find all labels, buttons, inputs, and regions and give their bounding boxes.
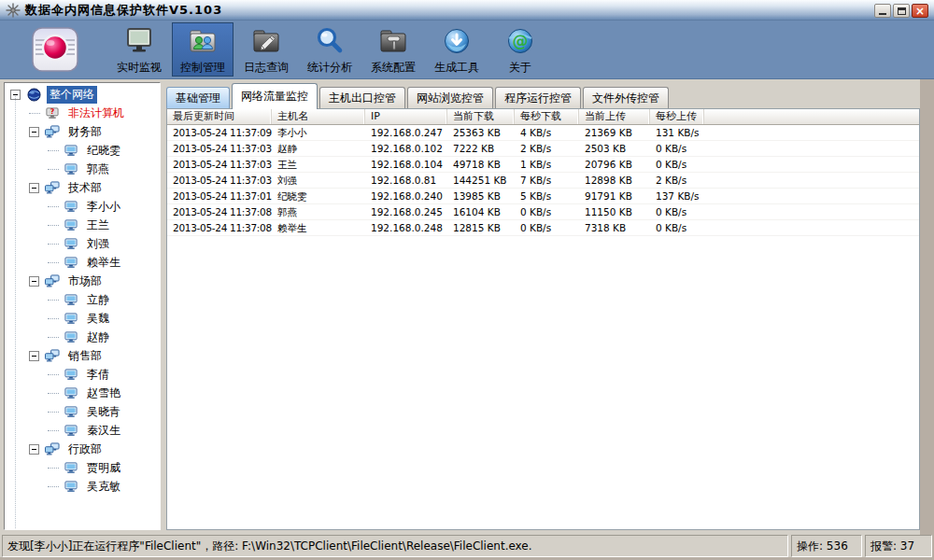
tree-item[interactable]: ? 李小小: [5, 197, 160, 216]
tree-expander-icon[interactable]: [29, 183, 39, 193]
column-header[interactable]: 主机名: [272, 109, 365, 124]
maximize-button[interactable]: [893, 4, 910, 18]
tab-program-run-control[interactable]: 程序运行控管: [495, 87, 581, 108]
tree-item[interactable]: ? 赵静: [5, 328, 160, 346]
minimize-button[interactable]: [874, 4, 891, 18]
tree-item-label: 行政部: [65, 441, 105, 458]
cell-upload-speed: 0 KB/s: [650, 157, 704, 172]
cell-filler: [704, 173, 919, 188]
tree-item[interactable]: ? 非法计算机: [5, 104, 160, 122]
toolbar-button-log-query[interactable]: 日志查询: [235, 22, 297, 77]
tree-item[interactable]: ? 李倩: [5, 365, 160, 384]
folder-pencil-icon: [250, 25, 282, 57]
tree-item[interactable]: ? 销售部: [5, 346, 160, 365]
svg-text:@: @: [513, 32, 529, 50]
tab-basic-manage[interactable]: 基础管理: [166, 87, 230, 108]
tree-connector: [48, 486, 59, 487]
cell-upload-speed: 137 KB/s: [650, 189, 704, 203]
computer-icon: [63, 311, 79, 326]
table-row[interactable]: 2013-05-24 11:37:09 李小小 192.168.0.247 25…: [167, 125, 919, 141]
app-window: 数据伞内网信息保护软件V5.103 ×: [0, 0, 934, 560]
tree-item[interactable]: ? 技术部: [5, 178, 160, 197]
tree-item-label: 赵雪艳: [84, 385, 123, 402]
tree-item[interactable]: ? 赖举生: [5, 253, 160, 272]
tree-item[interactable]: ? 行政部: [5, 440, 160, 458]
close-button[interactable]: ×: [912, 4, 928, 18]
column-header[interactable]: 最后更新时间: [167, 109, 272, 124]
tree-connector: [48, 262, 59, 263]
tree-item[interactable]: ? 贾明威: [5, 458, 160, 477]
tree-item-label: 财务部: [65, 123, 105, 141]
tree-item[interactable]: ? 纪晓雯: [5, 141, 160, 160]
column-header[interactable]: 当前下载: [447, 109, 515, 124]
cell-last-update-time: 2013-05-24 11:37:08: [167, 204, 272, 219]
column-header[interactable]: 每秒下载: [515, 109, 579, 124]
tab-network-traffic-monitor[interactable]: 网络流量监控: [232, 83, 318, 109]
folder-hammer-icon: [377, 25, 409, 57]
cell-host-name: 赖举生: [272, 220, 365, 235]
computer-icon: [63, 217, 79, 232]
cell-filler: [704, 157, 919, 172]
tree-item[interactable]: ? 刘强: [5, 234, 160, 253]
illegal-computer-icon: ?: [44, 105, 61, 120]
department-icon: [44, 124, 61, 139]
toolbar-button-generate-tools[interactable]: 生成工具: [426, 22, 488, 77]
column-header[interactable]: IP: [365, 109, 447, 124]
tree-item[interactable]: ? 秦汉生: [5, 421, 160, 440]
main-panel: 基础管理 网络流量监控 主机出口控管 网站浏览控管 程序运行控管 文件外传控管 …: [166, 82, 920, 530]
toolbar-label: 实时监视: [117, 60, 162, 76]
cell-current-download: 16104 KB: [447, 204, 515, 219]
tree-item-label: 纪晓雯: [84, 142, 123, 160]
cell-host-name: 郭燕: [272, 204, 365, 219]
tree-item[interactable]: ? 吴晓青: [5, 402, 160, 421]
column-header-filler: [704, 109, 919, 124]
tree-connector: [48, 374, 59, 375]
cell-download-speed: 1 KB/s: [515, 157, 579, 172]
tree-item[interactable]: ? 整个网络: [5, 85, 160, 104]
department-icon: [44, 273, 61, 288]
table-row[interactable]: 2013-05-24 11:37:08 赖举生 192.168.0.248 12…: [167, 220, 919, 236]
cell-filler: [704, 141, 919, 156]
cell-current-download: 144251 KB: [447, 173, 515, 188]
title-bar[interactable]: 数据伞内网信息保护软件V5.103 ×: [0, 0, 934, 21]
tree-item[interactable]: ? 财务部: [5, 122, 160, 141]
tab-host-exit-control[interactable]: 主机出口控管: [319, 87, 405, 108]
tree-item[interactable]: ? 王兰: [5, 216, 160, 234]
toolbar-button-control-manage[interactable]: 控制管理: [172, 22, 234, 77]
tree-item[interactable]: ? 吴克敏: [5, 477, 160, 496]
table-row[interactable]: 2013-05-24 11:37:08 郭燕 192.168.0.245 161…: [167, 204, 919, 220]
tree-connector: [48, 468, 59, 469]
cell-download-speed: 7 KB/s: [515, 173, 579, 188]
monitor-icon: [123, 25, 155, 57]
cell-current-upload: 20796 KB: [579, 157, 650, 172]
tree-expander-icon[interactable]: [29, 351, 39, 361]
table-row[interactable]: 2013-05-24 11:37:03 王兰 192.168.0.104 497…: [167, 157, 919, 173]
computer-icon: [63, 329, 79, 344]
tree-item[interactable]: ? 赵雪艳: [5, 384, 160, 402]
toolbar-button-statistics[interactable]: 统计分析: [299, 22, 361, 77]
cell-last-update-time: 2013-05-24 11:37:08: [167, 220, 272, 235]
cell-host-name: 王兰: [272, 157, 365, 172]
computer-icon: [63, 385, 79, 400]
table-row[interactable]: 2013-05-24 11:37:03 赵静 192.168.0.102 722…: [167, 141, 919, 157]
tree-expander-icon[interactable]: [29, 127, 39, 137]
tab-file-transfer-control[interactable]: 文件外传控管: [583, 87, 669, 108]
tree-item[interactable]: ? 郭燕: [5, 160, 160, 178]
column-header[interactable]: 当前上传: [579, 109, 650, 124]
tree-item[interactable]: ? 立静: [5, 290, 160, 309]
toolbar-button-realtime-monitor[interactable]: 实时监视: [108, 22, 170, 77]
tree-item[interactable]: ? 市场部: [5, 272, 160, 290]
globe-download-icon: [441, 25, 473, 57]
tree-expander-icon[interactable]: [29, 444, 39, 455]
tree-expander-icon[interactable]: [29, 276, 39, 287]
toolbar-button-system-config[interactable]: 系统配置: [362, 22, 424, 77]
table-row[interactable]: 2013-05-24 11:37:03 刘强 192.168.0.81 1442…: [167, 173, 919, 189]
at-globe-icon: @: [504, 25, 536, 57]
table-row[interactable]: 2013-05-24 11:37:01 纪晓雯 192.168.0.240 13…: [167, 189, 919, 204]
cell-current-upload: 12898 KB: [579, 173, 650, 188]
toolbar-button-about[interactable]: @ 关于: [489, 22, 551, 77]
tab-website-browse-control[interactable]: 网站浏览控管: [407, 87, 493, 108]
tree-item[interactable]: ? 吴魏: [5, 309, 160, 328]
tree-item-label: 非法计算机: [65, 105, 127, 122]
column-header[interactable]: 每秒上传: [650, 109, 704, 124]
